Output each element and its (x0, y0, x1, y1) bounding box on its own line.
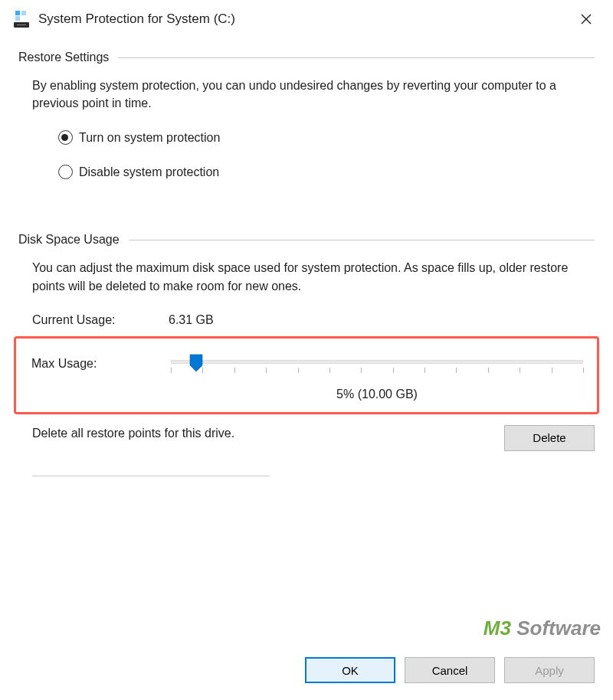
disk-section-header: Disk Space Usage (18, 233, 595, 247)
divider (32, 476, 270, 476)
titlebar: System Protection for System (C:) (0, 0, 613, 37)
apply-button[interactable]: Apply (504, 657, 595, 683)
current-usage-label: Current Usage: (32, 313, 169, 327)
current-usage-row: Current Usage: 6.31 GB (32, 313, 595, 327)
protection-radio-group: Turn on system protection Disable system… (58, 130, 595, 179)
radio-icon (58, 130, 73, 145)
radio-icon (58, 165, 73, 179)
watermark-text: Software (516, 617, 601, 639)
drive-icon (14, 11, 31, 28)
cancel-button[interactable]: Cancel (405, 657, 495, 683)
radio-disable[interactable]: Disable system protection (58, 165, 595, 179)
restore-section-label: Restore Settings (18, 51, 109, 64)
disk-section-label: Disk Space Usage (18, 233, 120, 247)
current-usage-value: 6.31 GB (169, 313, 214, 327)
delete-description: Delete all restore points for this drive… (32, 425, 492, 440)
dialog-buttons: OK Cancel Apply (305, 657, 595, 683)
max-usage-value: 5% (10.00 GB) (171, 388, 583, 401)
max-usage-label: Max Usage: (25, 355, 171, 371)
close-button[interactable] (573, 8, 599, 31)
slider-ticks (171, 368, 583, 377)
ok-button[interactable]: OK (305, 657, 395, 683)
radio-turn-on[interactable]: Turn on system protection (58, 130, 595, 145)
window-title: System Protection for System (C:) (38, 11, 235, 27)
restore-description: By enabling system protection, you can u… (32, 77, 587, 112)
divider (129, 240, 595, 240)
watermark: M3 Software (484, 617, 601, 640)
divider (118, 57, 595, 58)
max-usage-highlight: Max Usage: 5% (10.00 GB) (14, 336, 599, 414)
close-icon (581, 14, 592, 25)
radio-label-off: Disable system protection (79, 165, 219, 179)
dialog-window: System Protection for System (C:) Restor… (0, 0, 613, 476)
max-usage-slider[interactable] (171, 360, 583, 364)
radio-label-on: Turn on system protection (79, 131, 220, 145)
delete-button[interactable]: Delete (504, 425, 595, 451)
watermark-brand: M3 (484, 617, 511, 639)
disk-description: You can adjust the maximum disk space us… (32, 259, 587, 294)
restore-section-header: Restore Settings (18, 51, 595, 64)
